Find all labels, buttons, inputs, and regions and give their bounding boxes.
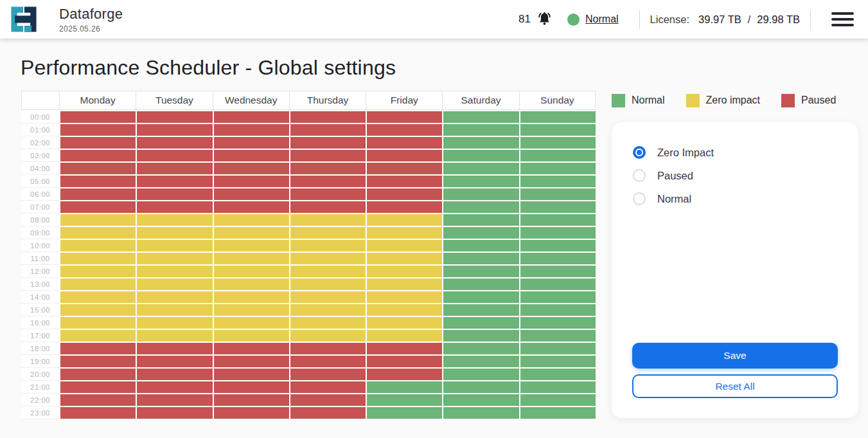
- schedule-cell[interactable]: [520, 124, 596, 136]
- schedule-cell[interactable]: [367, 369, 442, 380]
- schedule-cell[interactable]: [367, 278, 442, 290]
- schedule-cell[interactable]: [443, 137, 518, 149]
- schedule-cell[interactable]: [443, 240, 518, 251]
- schedule-cell[interactable]: [367, 317, 442, 329]
- schedule-cell[interactable]: [137, 163, 212, 174]
- radio-circle[interactable]: [633, 169, 646, 182]
- schedule-cell[interactable]: [137, 278, 212, 290]
- schedule-cell[interactable]: [520, 188, 596, 200]
- schedule-cell[interactable]: [60, 356, 136, 367]
- schedule-cell[interactable]: [214, 111, 289, 123]
- radio-circle[interactable]: [633, 146, 646, 159]
- schedule-cell[interactable]: [520, 150, 596, 161]
- schedule-cell[interactable]: [60, 111, 136, 123]
- schedule-cell[interactable]: [214, 343, 289, 354]
- schedule-cell[interactable]: [367, 214, 442, 226]
- schedule-cell[interactable]: [290, 369, 366, 380]
- schedule-cell[interactable]: [367, 176, 442, 187]
- schedule-cell[interactable]: [137, 214, 212, 226]
- schedule-cell[interactable]: [60, 381, 136, 393]
- schedule-cell[interactable]: [443, 150, 518, 161]
- schedule-cell[interactable]: [290, 201, 366, 213]
- schedule-cell[interactable]: [520, 163, 596, 174]
- schedule-cell[interactable]: [520, 227, 596, 239]
- schedule-cell[interactable]: [367, 330, 442, 342]
- schedule-cell[interactable]: [137, 266, 212, 277]
- schedule-cell[interactable]: [443, 291, 518, 303]
- radio-option-normal[interactable]: Normal: [633, 191, 838, 206]
- schedule-cell[interactable]: [137, 253, 212, 264]
- schedule-cell[interactable]: [60, 343, 136, 354]
- schedule-cell[interactable]: [60, 291, 136, 303]
- schedule-cell[interactable]: [290, 356, 366, 367]
- schedule-cell[interactable]: [60, 188, 136, 200]
- schedule-cell[interactable]: [137, 111, 212, 123]
- schedule-cell[interactable]: [443, 278, 518, 290]
- schedule-cell[interactable]: [214, 291, 289, 303]
- schedule-cell[interactable]: [443, 163, 518, 174]
- schedule-cell[interactable]: [443, 266, 518, 277]
- bell-icon[interactable]: [536, 11, 553, 28]
- schedule-cell[interactable]: [290, 253, 366, 264]
- schedule-cell[interactable]: [520, 111, 596, 123]
- schedule-cell[interactable]: [290, 176, 366, 187]
- schedule-cell[interactable]: [367, 291, 442, 303]
- schedule-cell[interactable]: [520, 317, 596, 329]
- schedule-cell[interactable]: [214, 188, 289, 200]
- schedule-cell[interactable]: [60, 176, 136, 187]
- schedule-cell[interactable]: [60, 278, 136, 290]
- schedule-cell[interactable]: [214, 266, 289, 277]
- schedule-cell[interactable]: [367, 137, 442, 149]
- schedule-cell[interactable]: [214, 278, 289, 290]
- schedule-cell[interactable]: [443, 253, 518, 264]
- schedule-cell[interactable]: [443, 407, 518, 419]
- schedule-cell[interactable]: [214, 253, 289, 264]
- schedule-cell[interactable]: [520, 278, 596, 290]
- schedule-cell[interactable]: [137, 343, 212, 354]
- schedule-cell[interactable]: [214, 214, 289, 226]
- schedule-cell[interactable]: [443, 201, 518, 213]
- schedule-cell[interactable]: [137, 201, 212, 213]
- schedule-cell[interactable]: [367, 266, 442, 277]
- schedule-cell[interactable]: [443, 343, 518, 354]
- schedule-cell[interactable]: [214, 227, 289, 239]
- schedule-cell[interactable]: [520, 240, 596, 251]
- schedule-cell[interactable]: [443, 188, 518, 200]
- schedule-cell[interactable]: [367, 227, 442, 239]
- schedule-cell[interactable]: [214, 330, 289, 342]
- schedule-cell[interactable]: [443, 304, 518, 316]
- schedule-cell[interactable]: [60, 163, 136, 174]
- schedule-cell[interactable]: [290, 240, 366, 251]
- schedule-cell[interactable]: [137, 317, 212, 329]
- schedule-cell[interactable]: [290, 330, 366, 342]
- schedule-cell[interactable]: [60, 394, 136, 406]
- schedule-cell[interactable]: [520, 137, 596, 149]
- schedule-cell[interactable]: [60, 253, 136, 264]
- schedule-cell[interactable]: [290, 214, 366, 226]
- schedule-cell[interactable]: [290, 343, 366, 354]
- schedule-cell[interactable]: [60, 317, 136, 329]
- schedule-cell[interactable]: [214, 240, 289, 251]
- radio-circle[interactable]: [633, 192, 646, 205]
- schedule-cell[interactable]: [214, 394, 289, 406]
- schedule-cell[interactable]: [290, 291, 366, 303]
- schedule-cell[interactable]: [60, 240, 136, 251]
- radio-option-zero-impact[interactable]: Zero Impact: [633, 145, 838, 160]
- schedule-cell[interactable]: [137, 356, 212, 367]
- schedule-cell[interactable]: [60, 266, 136, 277]
- schedule-cell[interactable]: [520, 291, 596, 303]
- schedule-cell[interactable]: [520, 253, 596, 264]
- schedule-cell[interactable]: [290, 163, 366, 174]
- schedule-cell[interactable]: [137, 394, 212, 406]
- schedule-cell[interactable]: [443, 356, 518, 367]
- schedule-cell[interactable]: [137, 330, 212, 342]
- schedule-cell[interactable]: [290, 124, 366, 136]
- schedule-cell[interactable]: [60, 214, 136, 226]
- schedule-cell[interactable]: [520, 201, 596, 213]
- schedule-cell[interactable]: [290, 111, 366, 123]
- schedule-cell[interactable]: [137, 137, 212, 149]
- reset-all-button[interactable]: Reset All: [632, 374, 838, 398]
- schedule-cell[interactable]: [367, 201, 442, 213]
- schedule-cell[interactable]: [520, 394, 596, 406]
- schedule-cell[interactable]: [520, 176, 596, 187]
